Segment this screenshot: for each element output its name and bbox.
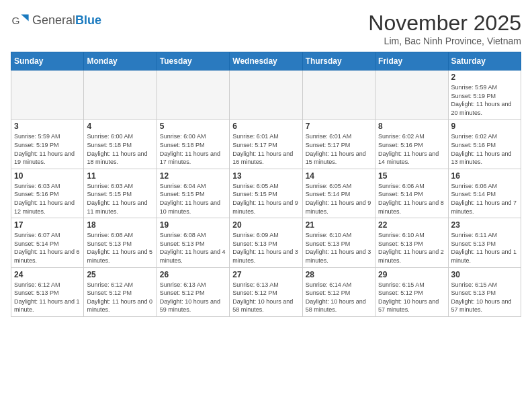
header-sunday: Sunday <box>11 52 84 71</box>
table-row <box>230 71 302 120</box>
day-info: Sunrise: 6:02 AMSunset: 5:16 PMDaylight:… <box>378 132 445 166</box>
table-row <box>11 71 84 120</box>
table-row: 18Sunrise: 6:08 AMSunset: 5:13 PMDayligh… <box>84 218 157 267</box>
table-row: 10Sunrise: 6:03 AMSunset: 5:16 PMDayligh… <box>11 169 84 218</box>
table-row: 5Sunrise: 6:00 AMSunset: 5:18 PMDaylight… <box>157 120 229 169</box>
day-number: 11 <box>87 171 153 181</box>
table-row: 22Sunrise: 6:10 AMSunset: 5:13 PMDayligh… <box>375 218 448 267</box>
table-row: 15Sunrise: 6:06 AMSunset: 5:14 PMDayligh… <box>375 169 448 218</box>
day-info: Sunrise: 6:01 AMSunset: 5:17 PMDaylight:… <box>306 132 372 166</box>
day-info: Sunrise: 6:15 AMSunset: 5:13 PMDaylight:… <box>451 281 518 314</box>
location-title: Lim, Bac Ninh Province, Vietnam <box>368 36 521 46</box>
day-info: Sunrise: 6:04 AMSunset: 5:15 PMDaylight:… <box>160 182 226 216</box>
day-info: Sunrise: 6:10 AMSunset: 5:13 PMDaylight:… <box>378 231 445 265</box>
logo-general: General <box>32 13 75 27</box>
day-info: Sunrise: 6:00 AMSunset: 5:18 PMDaylight:… <box>87 132 153 166</box>
table-row: 20Sunrise: 6:09 AMSunset: 5:13 PMDayligh… <box>230 218 302 267</box>
day-info: Sunrise: 6:06 AMSunset: 5:14 PMDaylight:… <box>378 182 445 216</box>
header-wednesday: Wednesday <box>230 52 302 71</box>
day-number: 30 <box>451 270 518 279</box>
table-row: 21Sunrise: 6:10 AMSunset: 5:13 PMDayligh… <box>302 218 375 267</box>
table-row: 30Sunrise: 6:15 AMSunset: 5:13 PMDayligh… <box>448 267 521 316</box>
day-number: 20 <box>232 220 299 230</box>
table-row <box>157 71 229 120</box>
table-row: 14Sunrise: 6:05 AMSunset: 5:14 PMDayligh… <box>302 169 375 218</box>
day-number: 3 <box>14 122 81 131</box>
day-number: 2 <box>451 73 518 82</box>
header-saturday: Saturday <box>448 52 521 71</box>
day-info: Sunrise: 6:12 AMSunset: 5:12 PMDaylight:… <box>87 281 153 314</box>
calendar-week-row: 17Sunrise: 6:07 AMSunset: 5:14 PMDayligh… <box>11 218 521 267</box>
table-row: 12Sunrise: 6:04 AMSunset: 5:15 PMDayligh… <box>157 169 229 218</box>
day-info: Sunrise: 5:59 AMSunset: 5:19 PMDaylight:… <box>14 132 81 166</box>
day-number: 27 <box>232 270 299 279</box>
day-number: 15 <box>378 171 445 181</box>
table-row: 19Sunrise: 6:08 AMSunset: 5:13 PMDayligh… <box>157 218 229 267</box>
svg-marker-1 <box>21 15 28 21</box>
table-row: 6Sunrise: 6:01 AMSunset: 5:17 PMDaylight… <box>230 120 302 169</box>
day-info: Sunrise: 6:12 AMSunset: 5:13 PMDaylight:… <box>14 281 81 314</box>
logo: G GeneralBlue <box>11 11 101 30</box>
day-info: Sunrise: 6:05 AMSunset: 5:14 PMDaylight:… <box>306 182 372 216</box>
day-info: Sunrise: 5:59 AMSunset: 5:19 PMDaylight:… <box>451 83 518 117</box>
table-row: 2Sunrise: 5:59 AMSunset: 5:19 PMDaylight… <box>448 71 521 120</box>
title-section: November 2025 Lim, Bac Ninh Province, Vi… <box>368 11 521 46</box>
calendar-week-row: 24Sunrise: 6:12 AMSunset: 5:13 PMDayligh… <box>11 267 521 316</box>
day-number: 5 <box>160 122 226 131</box>
table-row: 24Sunrise: 6:12 AMSunset: 5:13 PMDayligh… <box>11 267 84 316</box>
table-row <box>375 71 448 120</box>
svg-text:G: G <box>11 15 19 26</box>
day-info: Sunrise: 6:13 AMSunset: 5:12 PMDaylight:… <box>232 281 299 314</box>
day-number: 19 <box>160 220 226 230</box>
day-info: Sunrise: 6:10 AMSunset: 5:13 PMDaylight:… <box>306 231 372 265</box>
table-row: 29Sunrise: 6:15 AMSunset: 5:12 PMDayligh… <box>375 267 448 316</box>
day-number: 16 <box>451 171 518 181</box>
day-info: Sunrise: 6:03 AMSunset: 5:16 PMDaylight:… <box>14 182 81 216</box>
day-info: Sunrise: 6:08 AMSunset: 5:13 PMDaylight:… <box>87 231 153 265</box>
day-number: 12 <box>160 171 226 181</box>
day-number: 25 <box>87 270 153 279</box>
day-info: Sunrise: 6:15 AMSunset: 5:12 PMDaylight:… <box>378 281 445 314</box>
table-row: 26Sunrise: 6:13 AMSunset: 5:12 PMDayligh… <box>157 267 229 316</box>
day-number: 23 <box>451 220 518 230</box>
day-number: 6 <box>232 122 299 131</box>
header-thursday: Thursday <box>302 52 375 71</box>
calendar: Sunday Monday Tuesday Wednesday Thursday… <box>11 52 521 317</box>
day-info: Sunrise: 6:05 AMSunset: 5:15 PMDaylight:… <box>232 182 299 216</box>
day-info: Sunrise: 6:11 AMSunset: 5:13 PMDaylight:… <box>451 231 518 265</box>
day-info: Sunrise: 6:09 AMSunset: 5:13 PMDaylight:… <box>232 231 299 265</box>
day-number: 26 <box>160 270 226 279</box>
table-row <box>302 71 375 120</box>
day-info: Sunrise: 6:14 AMSunset: 5:12 PMDaylight:… <box>306 281 372 314</box>
table-row <box>84 71 157 120</box>
header-monday: Monday <box>84 52 157 71</box>
day-number: 9 <box>451 122 518 131</box>
table-row: 9Sunrise: 6:02 AMSunset: 5:16 PMDaylight… <box>448 120 521 169</box>
day-number: 10 <box>14 171 81 181</box>
header: G GeneralBlue November 2025 Lim, Bac Nin… <box>11 11 521 46</box>
day-number: 4 <box>87 122 153 131</box>
table-row: 17Sunrise: 6:07 AMSunset: 5:14 PMDayligh… <box>11 218 84 267</box>
logo-text: GeneralBlue <box>32 13 101 28</box>
month-title: November 2025 <box>368 11 521 36</box>
day-info: Sunrise: 6:08 AMSunset: 5:13 PMDaylight:… <box>160 231 226 265</box>
day-number: 22 <box>378 220 445 230</box>
table-row: 16Sunrise: 6:06 AMSunset: 5:14 PMDayligh… <box>448 169 521 218</box>
day-number: 14 <box>306 171 372 181</box>
table-row: 28Sunrise: 6:14 AMSunset: 5:12 PMDayligh… <box>302 267 375 316</box>
calendar-week-row: 3Sunrise: 5:59 AMSunset: 5:19 PMDaylight… <box>11 120 521 169</box>
calendar-week-row: 10Sunrise: 6:03 AMSunset: 5:16 PMDayligh… <box>11 169 521 218</box>
table-row: 23Sunrise: 6:11 AMSunset: 5:13 PMDayligh… <box>448 218 521 267</box>
logo-blue: Blue <box>75 13 101 27</box>
day-info: Sunrise: 6:03 AMSunset: 5:15 PMDaylight:… <box>87 182 153 216</box>
header-tuesday: Tuesday <box>157 52 229 71</box>
table-row: 7Sunrise: 6:01 AMSunset: 5:17 PMDaylight… <box>302 120 375 169</box>
day-number: 8 <box>378 122 445 131</box>
day-number: 24 <box>14 270 81 279</box>
day-info: Sunrise: 6:00 AMSunset: 5:18 PMDaylight:… <box>160 132 226 166</box>
logo-icon: G <box>11 11 30 30</box>
day-number: 28 <box>306 270 372 279</box>
day-number: 21 <box>306 220 372 230</box>
day-info: Sunrise: 6:01 AMSunset: 5:17 PMDaylight:… <box>232 132 299 166</box>
day-info: Sunrise: 6:07 AMSunset: 5:14 PMDaylight:… <box>14 231 81 265</box>
